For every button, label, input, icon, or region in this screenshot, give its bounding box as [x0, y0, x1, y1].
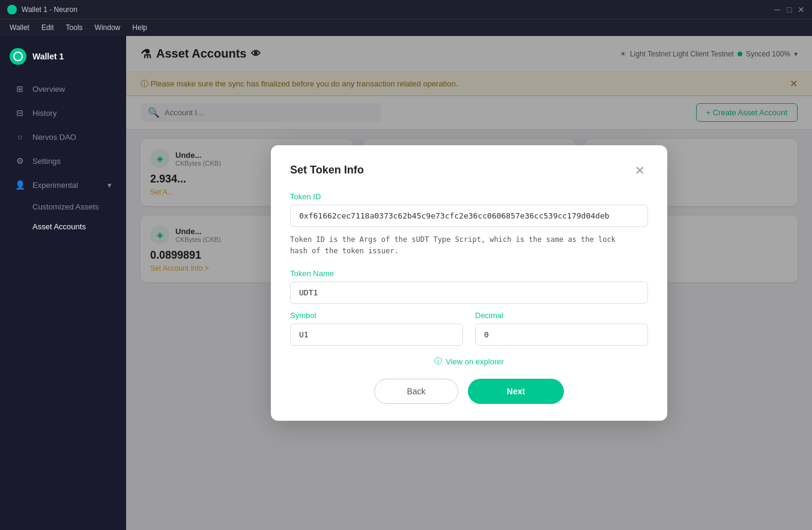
- title-bar-left: Wallet 1 - Neuron: [7, 5, 77, 14]
- window-controls[interactable]: ─ □ ✕: [774, 6, 805, 13]
- set-token-info-modal: Set Token Info ✕ Token ID Token ID is th…: [271, 145, 667, 421]
- menu-edit[interactable]: Edit: [37, 22, 59, 33]
- sidebar-item-nervos-dao[interactable]: ○ Nervos DAO: [5, 125, 121, 148]
- sidebar-item-experimental[interactable]: 👤 Experimental ▾: [5, 173, 121, 196]
- sidebar-item-settings[interactable]: ⚙ Settings: [5, 149, 121, 172]
- view-explorer-link[interactable]: ⓘ View on explorer: [434, 356, 504, 367]
- menu-bar: Wallet Edit Tools Window Help: [0, 19, 812, 36]
- main-content: ⚗ Asset Accounts 👁 ☀ Light Testnet Light…: [126, 36, 812, 530]
- modal-title: Set Token Info: [290, 164, 364, 176]
- app-layout: Wallet 1 ⊞ Overview ⊟ History ○ Nervos D…: [0, 36, 812, 530]
- symbol-label: Symbol: [290, 311, 463, 320]
- sidebar-sublabel-customized-assets: Customized Assets: [32, 202, 99, 211]
- symbol-field-wrap: Symbol: [290, 311, 463, 346]
- decimal-field-wrap: Decimal: [475, 311, 648, 346]
- view-explorer-area: ⓘ View on explorer: [290, 355, 648, 367]
- menu-wallet[interactable]: Wallet: [5, 22, 34, 33]
- wallet-header: Wallet 1: [0, 41, 126, 72]
- sidebar-sublabel-asset-accounts: Asset Accounts: [32, 222, 86, 231]
- app-title: Wallet 1 - Neuron: [22, 5, 77, 14]
- wallet-icon-inner: [13, 52, 23, 61]
- menu-help[interactable]: Help: [127, 22, 152, 33]
- maximize-button[interactable]: □: [786, 6, 793, 13]
- sidebar-item-customized-assets[interactable]: Customized Assets: [5, 197, 121, 216]
- sidebar: Wallet 1 ⊞ Overview ⊟ History ○ Nervos D…: [0, 36, 126, 530]
- sidebar-item-overview[interactable]: ⊞ Overview: [5, 77, 121, 100]
- sidebar-item-label-nervos-dao: Nervos DAO: [32, 133, 76, 142]
- modal-header: Set Token Info ✕: [290, 162, 648, 179]
- token-id-label: Token ID: [290, 192, 648, 201]
- nervos-dao-icon: ○: [14, 131, 25, 142]
- symbol-input[interactable]: [290, 324, 463, 346]
- sidebar-item-label-experimental: Experimental: [32, 181, 78, 190]
- settings-icon: ⚙: [14, 155, 25, 166]
- sidebar-item-label-overview: Overview: [32, 85, 65, 94]
- token-name-label: Token Name: [290, 269, 648, 278]
- info-circle-icon: ⓘ: [434, 356, 442, 367]
- sidebar-item-label-settings: Settings: [32, 157, 61, 166]
- modal-close-button[interactable]: ✕: [631, 162, 648, 179]
- app-icon: [7, 5, 17, 14]
- history-icon: ⊟: [14, 107, 25, 118]
- close-button[interactable]: ✕: [798, 6, 805, 13]
- menu-tools[interactable]: Tools: [61, 22, 88, 33]
- overview-icon: ⊞: [14, 83, 25, 94]
- token-name-input[interactable]: [290, 282, 648, 304]
- symbol-decimal-row: Symbol Decimal: [290, 311, 648, 346]
- chevron-down-icon: ▾: [108, 181, 112, 190]
- decimal-input[interactable]: [475, 324, 648, 346]
- sidebar-item-asset-accounts[interactable]: Asset Accounts: [5, 217, 121, 236]
- sidebar-item-history[interactable]: ⊟ History: [5, 101, 121, 124]
- next-button[interactable]: Next: [468, 379, 564, 404]
- modal-footer: Back Next: [290, 379, 648, 404]
- wallet-name: Wallet 1: [32, 52, 64, 61]
- minimize-button[interactable]: ─: [774, 6, 781, 13]
- back-button[interactable]: Back: [374, 379, 458, 404]
- wallet-icon: [10, 48, 26, 65]
- title-bar: Wallet 1 - Neuron ─ □ ✕: [0, 0, 812, 19]
- sidebar-item-label-history: History: [32, 109, 56, 118]
- token-id-input[interactable]: [290, 205, 648, 227]
- modal-backdrop: Set Token Info ✕ Token ID Token ID is th…: [126, 36, 812, 530]
- experimental-nav-left: 👤 Experimental: [14, 179, 78, 190]
- token-id-hint: Token ID is the Args of the sUDT Type Sc…: [290, 234, 648, 257]
- decimal-label: Decimal: [475, 311, 648, 320]
- experimental-icon: 👤: [14, 179, 25, 190]
- menu-window[interactable]: Window: [90, 22, 126, 33]
